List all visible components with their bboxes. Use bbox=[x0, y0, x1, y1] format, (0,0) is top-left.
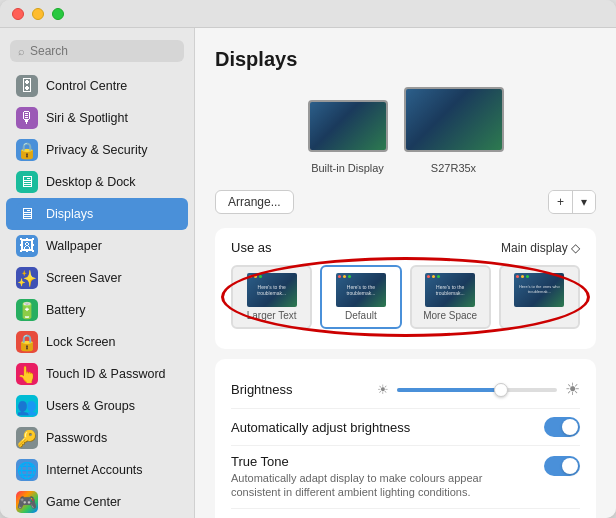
sidebar-item-desktop-dock[interactable]: 🖥 Desktop & Dock bbox=[6, 166, 188, 198]
siri-icon: 🎙 bbox=[16, 107, 38, 129]
window-content: ⌕ 🎛 Control Centre 🎙 Siri & Spotlight 🔒 … bbox=[0, 28, 616, 518]
add-display-plus[interactable]: + bbox=[549, 191, 573, 213]
brightness-control: ☀ ☀ bbox=[377, 379, 580, 400]
sidebar-item-game-center[interactable]: 🎮 Game Center bbox=[6, 486, 188, 518]
dot-red bbox=[249, 275, 252, 278]
minimize-button[interactable] bbox=[32, 8, 44, 20]
builtin-display-preview[interactable] bbox=[308, 100, 388, 152]
main-display-select[interactable]: Main display ◇ bbox=[501, 241, 580, 255]
dot-green-4 bbox=[526, 275, 529, 278]
external-display-item: S27R35x bbox=[404, 87, 504, 174]
sidebar-item-screen-saver[interactable]: ✨ Screen Saver bbox=[6, 262, 188, 294]
use-as-header: Use as Main display ◇ bbox=[231, 240, 580, 255]
screen-saver-icon: ✨ bbox=[16, 267, 38, 289]
dot-yellow-3 bbox=[432, 275, 435, 278]
add-display-buttons: + ▾ bbox=[548, 190, 596, 214]
res-option-larger-text[interactable]: Here's to the troublemak... Larger Text bbox=[231, 265, 312, 329]
search-input[interactable] bbox=[30, 44, 176, 58]
brightness-thumb[interactable] bbox=[494, 383, 508, 397]
colour-profile-row: Colour profile Colour LCD ◇ bbox=[231, 509, 580, 518]
displays-toolbar: Arrange... + ▾ bbox=[215, 190, 596, 214]
auto-brightness-knob bbox=[562, 419, 578, 435]
brightness-row: Brightness ☀ ☀ bbox=[231, 371, 580, 409]
traffic-mini-1 bbox=[249, 275, 262, 278]
use-as-label: Use as bbox=[231, 240, 271, 255]
add-display-chevron[interactable]: ▾ bbox=[573, 191, 595, 213]
search-container: ⌕ bbox=[0, 36, 194, 70]
sidebar-item-displays[interactable]: 🖥 Displays bbox=[6, 198, 188, 230]
traffic-mini-4 bbox=[516, 275, 529, 278]
true-tone-knob bbox=[562, 458, 578, 474]
auto-brightness-label: Automatically adjust brightness bbox=[231, 420, 410, 435]
dot-yellow-2 bbox=[343, 275, 346, 278]
arrange-button[interactable]: Arrange... bbox=[215, 190, 294, 214]
displays-icon: 🖥 bbox=[16, 203, 38, 225]
dot-red-2 bbox=[338, 275, 341, 278]
lock-screen-icon: 🔒 bbox=[16, 331, 38, 353]
res-option-4[interactable]: Here's to the ones who troublemak... bbox=[499, 265, 580, 329]
resolution-container: Here's to the troublemak... Larger Text bbox=[231, 265, 580, 329]
builtin-display-label: Built-in Display bbox=[311, 162, 384, 174]
true-tone-label: True Tone bbox=[231, 454, 511, 469]
auto-brightness-row: Automatically adjust brightness bbox=[231, 409, 580, 446]
res-preview-larger: Here's to the troublemak... bbox=[247, 273, 297, 307]
sidebar-item-passwords[interactable]: 🔑 Passwords bbox=[6, 422, 188, 454]
control-centre-icon: 🎛 bbox=[16, 75, 38, 97]
touch-id-icon: 👆 bbox=[16, 363, 38, 385]
system-preferences-window: ⌕ 🎛 Control Centre 🎙 Siri & Spotlight 🔒 … bbox=[0, 0, 616, 518]
sidebar-item-control-centre[interactable]: 🎛 Control Centre bbox=[6, 70, 188, 102]
res-text-default: Here's to the troublemak... bbox=[336, 282, 386, 298]
dot-green bbox=[259, 275, 262, 278]
main-panel: Displays Built-in Display S27R35x Arrang… bbox=[195, 28, 616, 518]
add-display-group: + ▾ bbox=[548, 190, 596, 214]
true-tone-sublabel: Automatically adapt display to make colo… bbox=[231, 471, 511, 500]
sidebar-item-touch-id[interactable]: 👆 Touch ID & Password bbox=[6, 358, 188, 390]
sidebar-item-users-groups[interactable]: 👥 Users & Groups bbox=[6, 390, 188, 422]
brightness-label: Brightness bbox=[231, 382, 292, 397]
passwords-icon: 🔑 bbox=[16, 427, 38, 449]
res-preview-default: Here's to the troublemak... bbox=[336, 273, 386, 307]
sidebar-item-privacy-security[interactable]: 🔒 Privacy & Security bbox=[6, 134, 188, 166]
wallpaper-icon: 🖼 bbox=[16, 235, 38, 257]
sidebar-item-lock-screen[interactable]: 🔒 Lock Screen bbox=[6, 326, 188, 358]
dot-yellow-4 bbox=[521, 275, 524, 278]
sidebar-item-internet-accounts[interactable]: 🌐 Internet Accounts bbox=[6, 454, 188, 486]
res-option-default[interactable]: Here's to the troublemak... Default bbox=[320, 265, 401, 329]
sidebar-item-battery[interactable]: 🔋 Battery bbox=[6, 294, 188, 326]
true-tone-row: True Tone Automatically adapt display to… bbox=[231, 446, 580, 509]
settings-card: Brightness ☀ ☀ Automatically adjust brig… bbox=[215, 359, 596, 518]
true-tone-text-group: True Tone Automatically adapt display to… bbox=[231, 454, 511, 500]
desktop-icon: 🖥 bbox=[16, 171, 38, 193]
brightness-slider[interactable] bbox=[397, 388, 557, 392]
displays-row: Built-in Display S27R35x bbox=[215, 87, 596, 174]
page-title: Displays bbox=[215, 48, 596, 71]
auto-brightness-toggle[interactable] bbox=[544, 417, 580, 437]
res-name-larger: Larger Text bbox=[247, 310, 297, 321]
privacy-icon: 🔒 bbox=[16, 139, 38, 161]
sidebar-item-wallpaper[interactable]: 🖼 Wallpaper bbox=[6, 230, 188, 262]
external-display-preview[interactable] bbox=[404, 87, 504, 152]
game-center-icon: 🎮 bbox=[16, 491, 38, 513]
dot-green-3 bbox=[437, 275, 440, 278]
external-display-label: S27R35x bbox=[431, 162, 476, 174]
res-option-more-space[interactable]: Here's to the troublemak... More Space bbox=[410, 265, 491, 329]
close-button[interactable] bbox=[12, 8, 24, 20]
sun-dim-icon: ☀ bbox=[377, 382, 389, 397]
res-text-more: Here's to the troublemak... bbox=[425, 282, 475, 298]
maximize-button[interactable] bbox=[52, 8, 64, 20]
res-preview-4: Here's to the ones who troublemak... bbox=[514, 273, 564, 307]
builtin-display-item: Built-in Display bbox=[308, 100, 388, 174]
use-as-card: Use as Main display ◇ bbox=[215, 228, 596, 349]
brightness-fill bbox=[397, 388, 501, 392]
res-name-more: More Space bbox=[423, 310, 477, 321]
sidebar: ⌕ 🎛 Control Centre 🎙 Siri & Spotlight 🔒 … bbox=[0, 28, 195, 518]
res-preview-more: Here's to the troublemak... bbox=[425, 273, 475, 307]
dot-yellow bbox=[254, 275, 257, 278]
true-tone-toggle[interactable] bbox=[544, 456, 580, 476]
dot-green-2 bbox=[348, 275, 351, 278]
res-name-default: Default bbox=[345, 310, 377, 321]
search-box[interactable]: ⌕ bbox=[10, 40, 184, 62]
search-icon: ⌕ bbox=[18, 45, 25, 57]
internet-accounts-icon: 🌐 bbox=[16, 459, 38, 481]
sidebar-item-siri-spotlight[interactable]: 🎙 Siri & Spotlight bbox=[6, 102, 188, 134]
